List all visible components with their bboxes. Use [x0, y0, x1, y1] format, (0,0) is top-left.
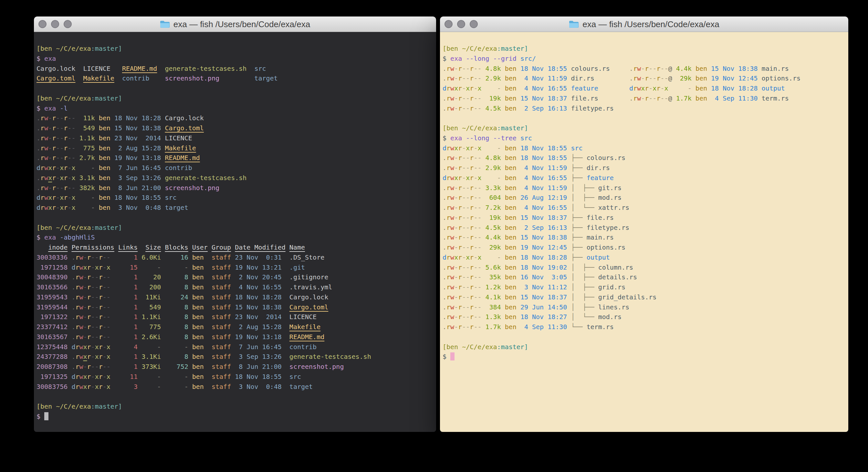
- close-button[interactable]: [38, 20, 46, 28]
- terminal-line: 31959544 .rw-r--r-- 1 549 8 ben staff 15…: [36, 302, 434, 312]
- terminal-line: [442, 113, 846, 123]
- terminal-line: .rw-r--r-- 775 ben 2 Aug 15:28 Makefile: [36, 143, 434, 153]
- terminal-line: .rw-r--r-- 4.5k ben 2 Sep 16:13 ├── file…: [442, 223, 846, 233]
- window-title: exa — fish /Users/ben/Code/exa/exa: [569, 20, 719, 28]
- terminal-line: $ exa: [36, 54, 434, 64]
- terminal-line: .rw-r--r-- 11k ben 18 Nov 18:28 Cargo.lo…: [36, 113, 434, 123]
- zoom-button[interactable]: [470, 20, 478, 28]
- terminal-line: [ben ~/C/e/exa:master]: [36, 43, 434, 54]
- terminal-line: .rw-r--r-- 604 ben 26 Aug 12:19 │ ├── mo…: [442, 193, 846, 203]
- terminal-line: [ben ~/C/e/exa:master]: [442, 43, 846, 54]
- terminal-line: .rw-r--r-- 4.5k ben 2 Sep 16:13 filetype…: [442, 104, 846, 114]
- terminal-line: .rw-r--r-- 3.3k ben 4 Nov 11:59 │ ├── gi…: [442, 183, 846, 193]
- terminal-line: 30163566 .rw-r--r-- 1 200 8 ben staff 4 …: [36, 282, 434, 292]
- terminal-line: .rw-r--r-- 549 ben 15 Nov 18:38 Cargo.to…: [36, 123, 434, 133]
- titlebar[interactable]: exa — fish /Users/ben/Code/exa/exa: [34, 17, 436, 32]
- terminal-line: .rw-r--r-- 4.8k ben 18 Nov 18:55 ├── col…: [442, 153, 846, 163]
- terminal-line: $: [442, 352, 846, 362]
- terminal-line: .rw-r--r-- 4.8k ben 18 Nov 18:55 colours…: [442, 64, 846, 74]
- terminal-line: $: [36, 412, 434, 421]
- titlebar[interactable]: exa — fish /Users/ben/Code/exa/exa: [440, 17, 848, 32]
- terminal-content-dark[interactable]: [ben ~/C/e/exa:master]$ exaCargo.lock LI…: [34, 32, 436, 432]
- minimize-button[interactable]: [51, 20, 59, 28]
- terminal-line: [ben ~/C/e/exa:master]: [36, 93, 434, 104]
- terminal-line: 20087308 .rw-r--r-- 1 373Ki 752 ben staf…: [36, 362, 434, 372]
- window-title-text: exa — fish /Users/ben/Code/exa/exa: [583, 20, 719, 28]
- terminal-line: .rw-r--r-- 1.2k ben 3 Nov 11:12 │ ├── gr…: [442, 282, 846, 292]
- terminal-window-dark: exa — fish /Users/ben/Code/exa/exa [ben …: [34, 17, 436, 432]
- folder-icon: [569, 20, 579, 28]
- terminal-line: 30163567 .rw-r--r-- 1 2.6Ki 8 ben staff …: [36, 332, 434, 342]
- terminal-line: drwxr-xr-x - ben 18 Nov 18:55 src: [442, 143, 846, 153]
- terminal-line: 24377288 .rwxr-xr-x 1 3.1Ki 8 ben staff …: [36, 352, 434, 362]
- terminal-cursor: [44, 412, 49, 420]
- terminal-cursor: [450, 352, 455, 360]
- terminal-line: 1971322 .rw-r--r-- 1 1.1Ki 8 ben staff 2…: [36, 312, 434, 322]
- terminal-line: .rw-r--r-- 2.9k ben 4 Nov 11:59 dir.rs .…: [442, 73, 846, 83]
- terminal-line: [442, 332, 846, 342]
- terminal-line: [36, 213, 434, 223]
- terminal-line: $ exa -abghHliS: [36, 232, 434, 242]
- terminal-line: .rw-r--r-- 1.3k ben 18 Nov 18:27 │ └── m…: [442, 312, 846, 322]
- terminal-line: $ exa --long --tree src: [442, 133, 846, 143]
- terminal-line: Cargo.toml Makefile contrib screenshot.p…: [36, 73, 434, 83]
- terminal-line: .rwxr-xr-x 3.1k ben 3 Sep 13:26 generate…: [36, 173, 434, 183]
- terminal-line: [36, 391, 434, 402]
- terminal-line: .rw-r--r-- 4.1k ben 15 Nov 18:37 │ ├── g…: [442, 292, 846, 302]
- terminal-line: 31959543 .rw-r--r-- 1 11Ki 24 ben staff …: [36, 292, 434, 302]
- terminal-line: Cargo.lock LICENCE README.md generate-te…: [36, 64, 434, 74]
- terminal-line: .rw-r--r-- 7.2k ben 4 Nov 16:55 │ └── xa…: [442, 203, 846, 213]
- terminal-line: 1971258 drwxr-xr-x 15 - - ben staff 19 N…: [36, 263, 434, 272]
- terminal-line: $ exa --long --grid src/: [442, 54, 846, 64]
- terminal-line: .rw-r--r-- 1.1k ben 23 Nov 2014 LICENCE: [36, 133, 434, 143]
- terminal-line: .rw-r--r-- 29k ben 19 Nov 12:45 ├── opti…: [442, 242, 846, 253]
- terminal-line: [ben ~/C/e/exa:master]: [36, 402, 434, 412]
- terminal-line: .rw-r--r-- 1.7k ben 4 Sep 11:30 └── term…: [442, 322, 846, 332]
- zoom-button[interactable]: [64, 20, 72, 28]
- minimize-button[interactable]: [457, 20, 465, 28]
- terminal-line: .rw-r--r-- 35k ben 16 Nov 3:05 │ ├── det…: [442, 272, 846, 282]
- terminal-window-light: exa — fish /Users/ben/Code/exa/exa [ben …: [440, 17, 848, 432]
- terminal-line: drwxr-xr-x - ben 7 Jun 16:45 contrib: [36, 163, 434, 173]
- terminal-line: .rw-r--r-- 2.9k ben 4 Nov 11:59 ├── dir.…: [442, 163, 846, 173]
- terminal-line: .rw-r--r-- 5.6k ben 18 Nov 19:02 │ ├── c…: [442, 263, 846, 272]
- terminal-line: [ben ~/C/e/exa:master]: [36, 223, 434, 233]
- close-button[interactable]: [444, 20, 453, 28]
- terminal-line: 30048390 .rw-r--r-- 1 20 8 ben staff 2 N…: [36, 272, 434, 282]
- terminal-line: .rw-r--r-- 19k ben 15 Nov 18:37 file.rs …: [442, 93, 846, 104]
- terminal-line: 30083756 drwxr-xr-x 3 - - ben staff 3 No…: [36, 382, 434, 392]
- window-title-text: exa — fish /Users/ben/Code/exa/exa: [174, 20, 310, 28]
- terminal-line: .rw-r--r-- 2.7k ben 19 Nov 13:18 README.…: [36, 153, 434, 163]
- terminal-line: $ exa -l: [36, 104, 434, 114]
- terminal-line: .rw-r--r-- 4.4k ben 15 Nov 18:38 ├── mai…: [442, 232, 846, 242]
- terminal-line: 23377412 .rw-r--r-- 1 775 8 ben staff 2 …: [36, 322, 434, 332]
- terminal-line: drwxr-xr-x - ben 18 Nov 18:55 src: [36, 193, 434, 203]
- terminal-line: drwxr-xr-x - ben 4 Nov 16:55 ├── feature: [442, 173, 846, 183]
- terminal-line: 1971325 drwxr-xr-x 11 - - ben staff 18 N…: [36, 372, 434, 382]
- terminal-content-light[interactable]: [ben ~/C/e/exa:master]$ exa --long --gri…: [440, 32, 848, 432]
- terminal-line: drwxr-xr-x - ben 3 Nov 0:48 target: [36, 203, 434, 213]
- terminal-line: .rw-r--r-- 382k ben 8 Jun 21:00 screensh…: [36, 183, 434, 193]
- terminal-line: 12375448 drwxr-xr-x 4 - - ben staff 7 Ju…: [36, 342, 434, 352]
- window-controls: [444, 17, 478, 32]
- terminal-line: [36, 83, 434, 93]
- terminal-line: .rw-r--r-- 19k ben 15 Nov 18:37 ├── file…: [442, 213, 846, 223]
- folder-icon: [160, 20, 169, 28]
- terminal-line: 30030336 .rw-r--r-- 1 6.0Ki 16 ben staff…: [36, 253, 434, 263]
- terminal-line: [ben ~/C/e/exa:master]: [442, 342, 846, 352]
- terminal-line: drwxr-xr-x - ben 4 Nov 16:55 feature drw…: [442, 83, 846, 93]
- terminal-line: [ben ~/C/e/exa:master]: [442, 123, 846, 133]
- terminal-line: .rw-r--r-- 384 ben 29 Jun 14:50 │ ├── li…: [442, 302, 846, 312]
- window-controls: [38, 17, 72, 32]
- terminal-line: inode Permissions Links Size Blocks User…: [36, 242, 434, 253]
- window-title: exa — fish /Users/ben/Code/exa/exa: [160, 20, 310, 28]
- terminal-line: drwxr-xr-x - ben 18 Nov 18:28 ├── output: [442, 253, 846, 263]
